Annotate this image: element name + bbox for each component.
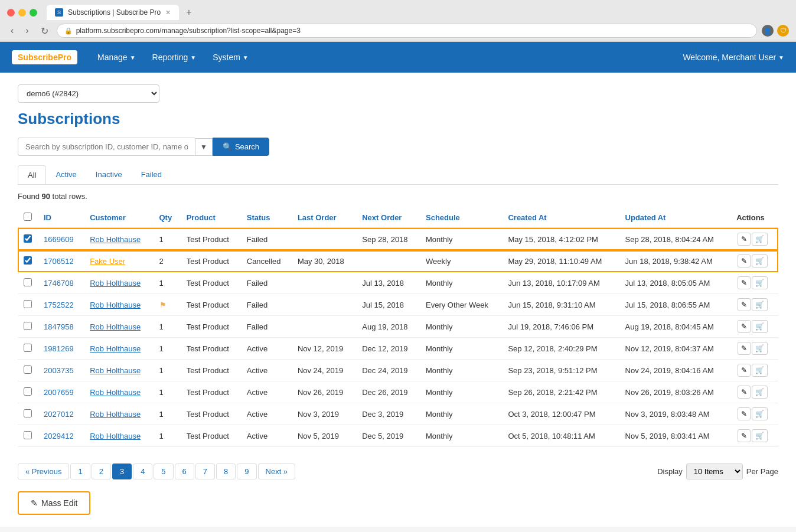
- page-8-button[interactable]: 8: [216, 464, 236, 479]
- col-last-order[interactable]: Last Order: [292, 208, 356, 228]
- col-created-at[interactable]: Created At: [502, 208, 619, 228]
- qty-cell: ⚑: [154, 294, 181, 316]
- nav-reporting[interactable]: Reporting ▼: [144, 42, 205, 73]
- row-checkbox[interactable]: [24, 256, 32, 265]
- row-checkbox[interactable]: [24, 409, 32, 417]
- row-checkbox[interactable]: [24, 387, 32, 396]
- subscription-id-link[interactable]: 2029412: [44, 432, 74, 440]
- subscription-id-link[interactable]: 1669609: [44, 235, 74, 244]
- customer-link[interactable]: Rob Holthause: [90, 301, 141, 309]
- forward-button[interactable]: ›: [22, 24, 32, 37]
- customer-link[interactable]: Rob Holthause: [90, 279, 141, 288]
- select-all-checkbox[interactable]: [24, 213, 32, 221]
- subscription-id-link[interactable]: 1752522: [44, 301, 74, 309]
- customer-link[interactable]: Rob Holthause: [90, 344, 141, 353]
- prev-button[interactable]: « Previous: [18, 464, 69, 479]
- tab-active[interactable]: Active: [46, 165, 86, 184]
- subscription-id-link[interactable]: 2007659: [44, 388, 74, 397]
- subscription-id-link[interactable]: 1706512: [44, 257, 74, 266]
- cart-button[interactable]: 🛒: [752, 254, 768, 267]
- nav-system[interactable]: System ▼: [204, 42, 257, 73]
- edit-button[interactable]: ✎: [738, 386, 751, 399]
- cart-button[interactable]: 🛒: [752, 364, 768, 377]
- tab-close-button[interactable]: ✕: [165, 9, 171, 17]
- customer-link[interactable]: Rob Holthause: [90, 366, 141, 375]
- row-checkbox[interactable]: [24, 234, 32, 243]
- mass-edit-button[interactable]: ✎ Mass Edit: [18, 491, 90, 515]
- cart-button[interactable]: 🛒: [752, 298, 768, 311]
- col-status[interactable]: Status: [241, 208, 292, 228]
- nav-manage[interactable]: Manage ▼: [89, 42, 144, 73]
- row-checkbox[interactable]: [24, 300, 32, 308]
- mass-edit-area: ✎ Mass Edit: [18, 491, 778, 515]
- dot-green[interactable]: [30, 9, 37, 17]
- page-9-button[interactable]: 9: [237, 464, 256, 479]
- customer-link[interactable]: Fake User: [90, 257, 125, 266]
- col-customer[interactable]: Customer: [84, 208, 153, 228]
- subscription-id-link[interactable]: 1847958: [44, 322, 74, 331]
- row-checkbox[interactable]: [24, 344, 32, 352]
- page-3-button[interactable]: 3: [112, 464, 132, 479]
- back-button[interactable]: ‹: [7, 24, 17, 37]
- subscription-id-link[interactable]: 2027012: [44, 410, 74, 419]
- customer-link[interactable]: Rob Holthause: [90, 410, 141, 419]
- search-input[interactable]: [18, 138, 195, 156]
- cart-button[interactable]: 🛒: [752, 429, 768, 442]
- customer-link[interactable]: Rob Holthause: [90, 235, 141, 244]
- col-id[interactable]: ID: [38, 208, 84, 228]
- subscription-id-link[interactable]: 1981269: [44, 344, 74, 353]
- edit-button[interactable]: ✎: [738, 429, 751, 442]
- col-updated-at[interactable]: Updated At: [619, 208, 731, 228]
- tab-failed[interactable]: Failed: [132, 165, 171, 184]
- search-dropdown-button[interactable]: ▼: [195, 138, 213, 156]
- customer-link[interactable]: Rob Holthause: [90, 388, 141, 397]
- row-checkbox[interactable]: [24, 322, 32, 330]
- edit-button[interactable]: ✎: [738, 233, 751, 246]
- cart-button[interactable]: 🛒: [752, 386, 768, 399]
- edit-button[interactable]: ✎: [738, 276, 751, 289]
- edit-button[interactable]: ✎: [738, 254, 751, 267]
- col-next-order[interactable]: Next Order: [356, 208, 420, 228]
- search-button[interactable]: 🔍 Search: [213, 138, 269, 156]
- tab-all[interactable]: All: [18, 165, 46, 184]
- next-button[interactable]: Next »: [258, 464, 296, 479]
- edit-button[interactable]: ✎: [738, 364, 751, 377]
- subscription-id-link[interactable]: 2003735: [44, 366, 74, 375]
- logo[interactable]: SubscribePro: [12, 50, 77, 64]
- cart-button[interactable]: 🛒: [752, 276, 768, 289]
- page-4-button[interactable]: 4: [133, 464, 152, 479]
- cart-button[interactable]: 🛒: [752, 342, 768, 355]
- subscription-id-link[interactable]: 1746708: [44, 279, 74, 288]
- cart-button[interactable]: 🛒: [752, 407, 768, 420]
- edit-button[interactable]: ✎: [738, 407, 751, 420]
- col-product[interactable]: Product: [181, 208, 241, 228]
- address-bar[interactable]: 🔒 platform.subscribepro.com/manage/subsc…: [57, 24, 757, 38]
- row-checkbox[interactable]: [24, 365, 32, 374]
- per-page-select[interactable]: 10 Items 25 Items 50 Items 100 Items: [686, 464, 743, 479]
- welcome-menu[interactable]: Welcome, Merchant User ▼: [683, 53, 784, 62]
- edit-button[interactable]: ✎: [738, 320, 751, 333]
- dot-red[interactable]: [7, 9, 15, 17]
- cart-button[interactable]: 🛒: [752, 233, 768, 246]
- edit-button[interactable]: ✎: [738, 342, 751, 355]
- dot-yellow[interactable]: [18, 9, 26, 17]
- col-schedule[interactable]: Schedule: [420, 208, 502, 228]
- page-2-button[interactable]: 2: [92, 464, 111, 479]
- page-6-button[interactable]: 6: [175, 464, 194, 479]
- browser-tab[interactable]: S Subscriptions | Subscribe Pro ✕: [47, 5, 179, 20]
- refresh-button[interactable]: ↻: [37, 24, 52, 38]
- tab-inactive[interactable]: Inactive: [86, 165, 132, 184]
- edit-button[interactable]: ✎: [738, 298, 751, 311]
- page-7-button[interactable]: 7: [195, 464, 215, 479]
- account-select[interactable]: demo6 (#2842): [18, 84, 159, 103]
- row-checkbox[interactable]: [24, 431, 32, 439]
- customer-link[interactable]: Rob Holthause: [90, 322, 141, 331]
- row-checkbox[interactable]: [24, 278, 32, 286]
- customer-link[interactable]: Rob Holthause: [90, 432, 141, 440]
- page-1-button[interactable]: 1: [70, 464, 90, 479]
- cart-button[interactable]: 🛒: [752, 320, 768, 333]
- subscriptions-table: ID Customer Qty Product Status Last Orde…: [18, 208, 778, 447]
- page-5-button[interactable]: 5: [154, 464, 173, 479]
- col-qty[interactable]: Qty: [154, 208, 181, 228]
- add-tab-button[interactable]: +: [184, 7, 194, 18]
